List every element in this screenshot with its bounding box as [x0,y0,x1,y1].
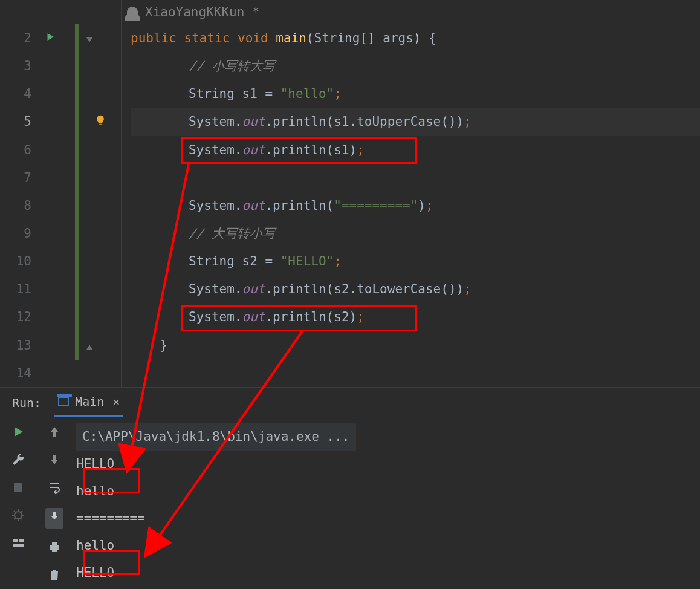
code-line[interactable]: public static void main(String[] args) { [131,24,700,52]
author-name: XiaoYangKKKun * [145,5,260,19]
person-icon [127,7,138,18]
wrench-icon[interactable] [11,452,25,469]
up-arrow-icon[interactable] [47,425,62,441]
svg-rect-7 [52,542,57,545]
layout-icon[interactable] [11,536,25,553]
svg-rect-0 [99,124,102,125]
trash-icon[interactable] [47,567,62,584]
stop-icon[interactable] [11,480,25,497]
gutter-line-active[interactable]: 5 [0,108,121,135]
run-label: Run: [12,395,41,410]
run-tool-window: Run: Main × C:\APP\Java\jdk1.8\bin\java.… [0,387,700,589]
svg-rect-1 [14,483,22,492]
run-tab-label: Main [75,394,104,409]
svg-rect-4 [19,539,24,542]
down-arrow-icon[interactable] [47,452,62,469]
run-toolbar-right [36,417,73,589]
rerun-icon[interactable] [11,425,25,441]
output-line: hello [76,478,700,505]
svg-rect-8 [52,548,57,552]
run-tab[interactable]: Main × [54,388,123,417]
svg-rect-3 [13,539,18,542]
soft-wrap-icon[interactable] [47,480,62,497]
output-line: HELLO [76,451,700,478]
gutter-line[interactable]: 13 [0,331,121,359]
output-line: hello [76,532,700,559]
run-header: Run: Main × [0,388,700,417]
code-editor[interactable]: XiaoYangKKKun * 2 3 4 5 6 7 8 9 10 11 12 [0,0,700,387]
author-hint: XiaoYangKKKun * [127,0,260,24]
console-output[interactable]: C:\APP\Java\jdk1.8\bin\java.exe ... HELL… [73,417,700,589]
gutter-line[interactable]: 2 [0,24,121,52]
application-icon [58,397,69,406]
code-area[interactable]: public static void main(String[] args) {… [131,24,700,359]
gutter: 2 3 4 5 6 7 8 9 10 11 12 13 14 [0,24,121,387]
command-line: C:\APP\Java\jdk1.8\bin\java.exe ... [76,423,356,451]
run-gutter-icon[interactable] [45,31,56,45]
output-line: HELLO [76,559,700,587]
gutter-divider [121,0,122,387]
close-icon[interactable]: × [112,394,120,409]
svg-rect-5 [13,544,24,547]
print-icon[interactable] [47,539,62,556]
scroll-to-end-icon[interactable] [45,508,63,529]
fold-icon[interactable] [85,33,94,43]
lightbulb-icon[interactable] [94,114,106,130]
run-toolbar-left [0,417,36,589]
debug-icon[interactable] [11,508,25,525]
fold-up-icon[interactable] [85,340,94,350]
output-line: ========= [76,505,700,532]
